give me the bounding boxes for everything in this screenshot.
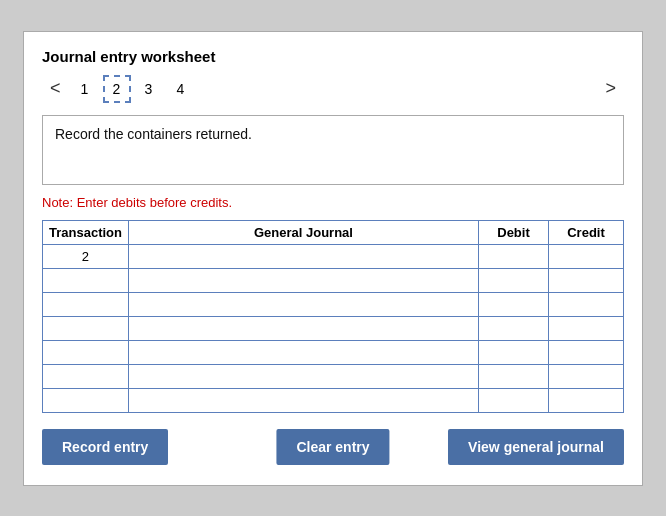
cell-credit-0[interactable] <box>549 244 624 268</box>
instruction-text: Record the containers returned. <box>55 126 252 142</box>
input-journal-6[interactable] <box>133 393 474 408</box>
tab-2[interactable]: 2 <box>103 75 131 103</box>
cell-credit-5[interactable] <box>549 364 624 388</box>
cell-journal-3[interactable] <box>128 316 478 340</box>
cell-credit-6[interactable] <box>549 388 624 412</box>
cell-credit-1[interactable] <box>549 268 624 292</box>
tabs-row: < 1 2 3 4 > <box>42 75 624 103</box>
cell-credit-2[interactable] <box>549 292 624 316</box>
cell-debit-4[interactable] <box>479 340 549 364</box>
input-debit-2[interactable] <box>483 297 544 312</box>
cell-journal-0[interactable] <box>128 244 478 268</box>
input-credit-5[interactable] <box>553 369 619 384</box>
table-row: 2 <box>43 244 624 268</box>
input-journal-4[interactable] <box>133 345 474 360</box>
input-debit-5[interactable] <box>483 369 544 384</box>
table-row <box>43 292 624 316</box>
input-debit-4[interactable] <box>483 345 544 360</box>
input-credit-3[interactable] <box>553 321 619 336</box>
tab-3[interactable]: 3 <box>135 75 163 103</box>
cell-transaction-4 <box>43 340 129 364</box>
input-journal-2[interactable] <box>133 297 474 312</box>
journal-table: Transaction General Journal Debit Credit… <box>42 220 624 413</box>
table-row <box>43 340 624 364</box>
note-text: Note: Enter debits before credits. <box>42 195 624 210</box>
cell-journal-2[interactable] <box>128 292 478 316</box>
input-debit-1[interactable] <box>483 273 544 288</box>
cell-debit-0[interactable] <box>479 244 549 268</box>
table-row <box>43 364 624 388</box>
prev-arrow[interactable]: < <box>42 78 69 99</box>
clear-entry-wrapper: Clear entry <box>276 429 389 465</box>
input-debit-6[interactable] <box>483 393 544 408</box>
input-credit-1[interactable] <box>553 273 619 288</box>
input-journal-3[interactable] <box>133 321 474 336</box>
input-journal-1[interactable] <box>133 273 474 288</box>
input-debit-3[interactable] <box>483 321 544 336</box>
instruction-box: Record the containers returned. <box>42 115 624 185</box>
cell-journal-1[interactable] <box>128 268 478 292</box>
input-credit-2[interactable] <box>553 297 619 312</box>
cell-transaction-2 <box>43 292 129 316</box>
cell-debit-3[interactable] <box>479 316 549 340</box>
buttons-row: Record entry Clear entry View general jo… <box>42 429 624 465</box>
cell-journal-4[interactable] <box>128 340 478 364</box>
header-debit: Debit <box>479 220 549 244</box>
cell-transaction-5 <box>43 364 129 388</box>
next-arrow[interactable]: > <box>597 78 624 99</box>
view-general-journal-button[interactable]: View general journal <box>448 429 624 465</box>
header-transaction: Transaction <box>43 220 129 244</box>
header-credit: Credit <box>549 220 624 244</box>
input-credit-4[interactable] <box>553 345 619 360</box>
cell-transaction-3 <box>43 316 129 340</box>
cell-journal-6[interactable] <box>128 388 478 412</box>
cell-debit-2[interactable] <box>479 292 549 316</box>
cell-journal-5[interactable] <box>128 364 478 388</box>
tab-1[interactable]: 1 <box>71 75 99 103</box>
cell-credit-3[interactable] <box>549 316 624 340</box>
journal-entry-worksheet: Journal entry worksheet < 1 2 3 4 > Reco… <box>23 31 643 486</box>
clear-entry-button[interactable]: Clear entry <box>276 429 389 465</box>
record-entry-button[interactable]: Record entry <box>42 429 168 465</box>
input-credit-6[interactable] <box>553 393 619 408</box>
input-journal-5[interactable] <box>133 369 474 384</box>
card-title: Journal entry worksheet <box>42 48 624 65</box>
cell-transaction-1 <box>43 268 129 292</box>
cell-debit-5[interactable] <box>479 364 549 388</box>
cell-debit-6[interactable] <box>479 388 549 412</box>
cell-credit-4[interactable] <box>549 340 624 364</box>
input-journal-0[interactable] <box>133 249 474 264</box>
cell-transaction-0: 2 <box>43 244 129 268</box>
header-general-journal: General Journal <box>128 220 478 244</box>
input-credit-0[interactable] <box>553 249 619 264</box>
input-debit-0[interactable] <box>483 249 544 264</box>
table-row <box>43 316 624 340</box>
cell-debit-1[interactable] <box>479 268 549 292</box>
cell-transaction-6 <box>43 388 129 412</box>
table-row <box>43 268 624 292</box>
table-row <box>43 388 624 412</box>
tab-4[interactable]: 4 <box>167 75 195 103</box>
